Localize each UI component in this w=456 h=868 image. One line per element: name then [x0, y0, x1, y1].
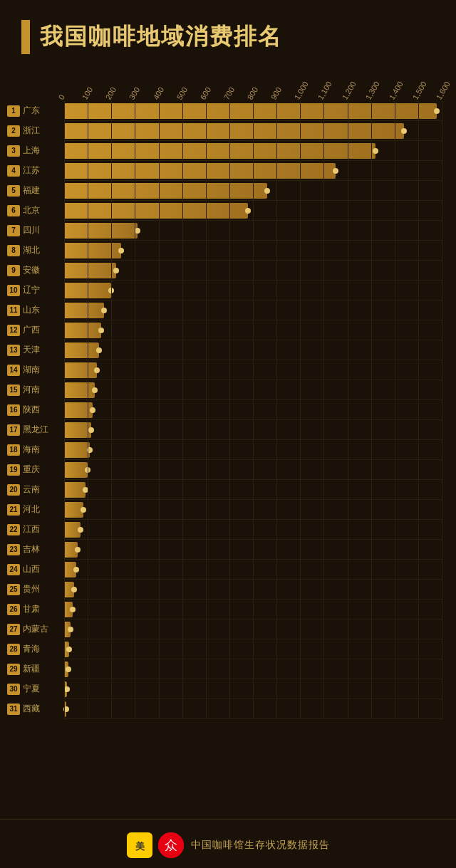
- svg-text:众: 众: [165, 838, 177, 852]
- table-row: 13天津: [64, 340, 442, 360]
- data-dot: [98, 328, 104, 333]
- rank-badge: 22: [7, 524, 20, 535]
- row-label: 12广西: [7, 324, 63, 336]
- province-name: 陕西: [23, 404, 40, 416]
- bar: [64, 522, 81, 538]
- row-label: 29新疆: [7, 663, 63, 675]
- table-row: 29新疆: [64, 659, 442, 679]
- x-axis-label: 1,200: [340, 80, 357, 101]
- rank-badge: 21: [7, 504, 20, 516]
- table-row: 8湖北: [64, 241, 442, 261]
- rank-badge: 17: [7, 424, 20, 436]
- bar: [64, 243, 121, 258]
- page-title: 我国咖啡地域消费排名: [40, 21, 282, 53]
- province-name: 新疆: [23, 663, 40, 675]
- province-name: 山西: [23, 563, 40, 575]
- table-row: 4江苏: [64, 161, 442, 181]
- province-name: 黑龙江: [23, 424, 48, 436]
- rows-container: 1广东2浙江3上海4江苏5福建6北京7四川8湖北9安徽10辽宁11山东12广西1…: [64, 101, 442, 719]
- x-axis-label: 600: [198, 85, 212, 101]
- province-name: 河南: [23, 384, 40, 396]
- rank-badge: 12: [7, 325, 20, 336]
- bar: [64, 582, 74, 597]
- x-axis-label: 1,600: [435, 80, 452, 101]
- row-label: 17黑龙江: [7, 424, 63, 436]
- table-row: 31西藏: [64, 699, 442, 719]
- rank-badge: 23: [7, 544, 20, 555]
- data-dot: [85, 467, 90, 473]
- bar: [64, 681, 67, 697]
- chart-inner: 01002003004005006007008009001,0001,1001,…: [7, 66, 449, 719]
- rank-badge: 31: [7, 704, 20, 715]
- chart-container: 01002003004005006007008009001,0001,1001,…: [0, 66, 456, 812]
- table-row: 14湖南: [64, 360, 442, 380]
- bar: [64, 163, 336, 179]
- bar: [64, 482, 86, 498]
- province-name: 天津: [23, 344, 40, 356]
- data-dot: [96, 347, 102, 353]
- rank-badge: 30: [7, 684, 20, 695]
- data-dot: [118, 248, 124, 253]
- table-row: 18海南: [64, 440, 442, 460]
- data-dot: [88, 427, 94, 433]
- province-name: 广西: [23, 324, 40, 336]
- province-name: 湖北: [23, 244, 40, 256]
- rank-badge: 26: [7, 604, 20, 615]
- bar: [64, 642, 69, 657]
- row-label: 28青海: [7, 643, 63, 655]
- x-axis-label: 800: [246, 85, 260, 101]
- row-label: 2浙江: [7, 125, 63, 137]
- bar: [64, 143, 375, 159]
- data-dot: [90, 407, 95, 413]
- table-row: 2浙江: [64, 121, 442, 141]
- page-wrapper: 我国咖啡地域消费排名 01002003004005006007008009001…: [0, 0, 456, 868]
- row-label: 5福建: [7, 184, 63, 197]
- data-dot: [73, 567, 79, 572]
- bar: [64, 701, 66, 717]
- bar: [64, 662, 68, 677]
- bar: [64, 622, 71, 637]
- rank-badge: 1: [7, 105, 20, 117]
- province-name: 河北: [23, 503, 40, 516]
- bar: [64, 303, 104, 318]
- rank-badge: 9: [7, 265, 20, 276]
- table-row: 21河北: [64, 500, 442, 520]
- row-label: 27内蒙古: [7, 623, 63, 635]
- row-label: 31西藏: [7, 703, 63, 715]
- x-axis-label: 1,400: [387, 80, 404, 101]
- table-row: 26甘肃: [64, 600, 442, 619]
- table-row: 27内蒙古: [64, 619, 442, 639]
- grid-area: 1广东2浙江3上海4江苏5福建6北京7四川8湖北9安徽10辽宁11山东12广西1…: [64, 101, 442, 719]
- data-dot: [71, 587, 77, 592]
- table-row: 1广东: [64, 101, 442, 121]
- row-label: 19重庆: [7, 464, 63, 476]
- x-axis: 01002003004005006007008009001,0001,1001,…: [64, 66, 442, 101]
- footer-text: 中国咖啡馆生存状况数据报告: [191, 839, 330, 852]
- table-row: 3上海: [64, 141, 442, 161]
- rank-badge: 11: [7, 305, 20, 316]
- table-row: 24山西: [64, 560, 442, 580]
- table-row: 28青海: [64, 639, 442, 659]
- rank-badge: 29: [7, 664, 20, 675]
- province-name: 青海: [23, 643, 40, 655]
- bar: [64, 382, 95, 398]
- province-name: 辽宁: [23, 284, 40, 296]
- province-name: 宁夏: [23, 683, 40, 695]
- province-name: 云南: [23, 483, 40, 496]
- x-axis-label: 1,500: [410, 80, 428, 101]
- table-row: 7四川: [64, 221, 442, 241]
- province-name: 北京: [23, 204, 40, 216]
- table-row: 30宁夏: [64, 679, 442, 699]
- x-axis-label: 500: [175, 85, 189, 101]
- data-dot: [135, 228, 140, 234]
- rank-badge: 25: [7, 584, 20, 595]
- x-axis-label: 1,300: [363, 80, 380, 101]
- row-label: 20云南: [7, 483, 63, 496]
- rank-badge: 7: [7, 225, 20, 236]
- table-row: 22江西: [64, 520, 442, 540]
- row-label: 26甘肃: [7, 603, 63, 615]
- rank-badge: 4: [7, 165, 20, 177]
- row-label: 1广东: [7, 105, 63, 117]
- row-label: 25贵州: [7, 583, 63, 595]
- meituan-logo: 美: [127, 832, 152, 858]
